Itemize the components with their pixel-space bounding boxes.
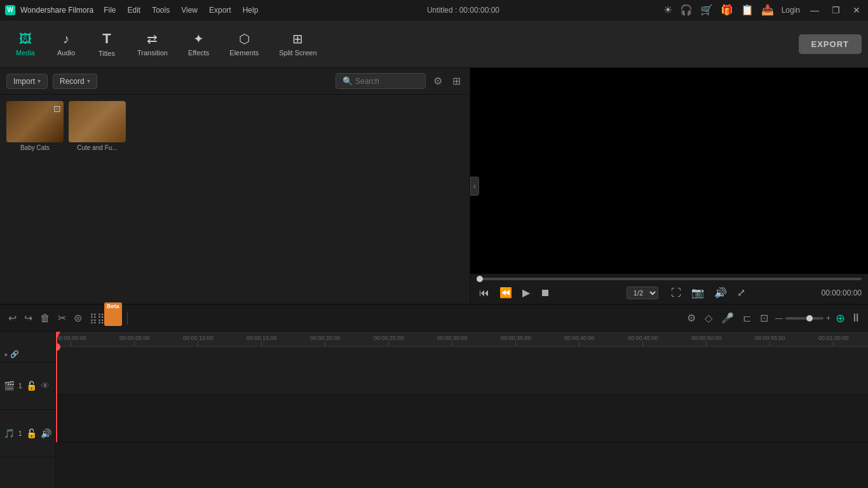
ruler-mark-4: 00:00:20:00 — [310, 335, 341, 346]
menu-export[interactable]: Export — [204, 4, 236, 16]
menu-file[interactable]: File — [98, 4, 121, 16]
pip-track-button[interactable]: ⊡ — [758, 310, 770, 326]
keyframe-button[interactable]: ◇ — [703, 310, 714, 326]
zoom-slider[interactable] — [785, 317, 824, 320]
ruler-mark-1: 00:00:05:00 — [119, 335, 150, 346]
ruler-mark-0: 00:00:00:00 — [56, 335, 86, 346]
playback-progress[interactable] — [477, 278, 862, 280]
ruler-mark-11: 00:00:55:00 — [755, 335, 785, 346]
delete-button[interactable]: 🗑 — [38, 311, 52, 326]
media-item-baby-cats[interactable]: ⊡ Baby Cats — [6, 101, 64, 151]
volume-icon[interactable]: 🔊 — [712, 285, 729, 300]
media-icon: 🖼 — [19, 32, 32, 46]
toolbar-transition[interactable]: ⇄ Transition — [128, 27, 177, 60]
audio-label: Audio — [57, 49, 75, 57]
ruler-mark-9: 00:00:45:00 — [628, 335, 658, 346]
playhead-line — [56, 347, 57, 442]
beta-badge: Beta — [104, 302, 122, 326]
ruler-mark-12: 00:01:00:00 — [818, 335, 849, 346]
redo-button[interactable]: ↪ — [22, 310, 34, 326]
pause-indicator[interactable]: ⏸ — [850, 311, 862, 325]
undo-button[interactable]: ↩ — [6, 310, 18, 326]
minimize-button[interactable]: — — [808, 5, 822, 15]
toolbar-titles[interactable]: T Titles — [88, 27, 126, 61]
media-item-cute[interactable]: Cute and Fu... — [69, 101, 126, 151]
clip-icon: ⊡ — [53, 104, 61, 114]
fullscreen-icon[interactable]: ⛶ — [668, 286, 684, 300]
download-icon[interactable]: 📥 — [761, 4, 774, 16]
clipboard-icon[interactable]: 📋 — [741, 4, 754, 16]
filter-icon[interactable]: ⚙ — [431, 72, 445, 90]
toolbar-audio[interactable]: ♪ Audio — [47, 28, 85, 60]
toolbar-media[interactable]: 🖼 Media — [6, 28, 44, 60]
timecode: 00:00:00:00 — [822, 288, 862, 297]
add-media-icon[interactable]: + — [4, 351, 8, 358]
pip-icon[interactable]: ⤢ — [735, 285, 748, 300]
playback-thumb[interactable] — [477, 276, 483, 282]
theme-icon[interactable]: ☀ — [663, 4, 672, 16]
audio-track-icon: 🎵 — [4, 428, 15, 438]
ruler-mark-7: 00:00:35:00 — [501, 335, 531, 346]
media-toolbar: Import ▾ Record ▾ 🔍 ⚙ ⊞ — [0, 68, 470, 95]
media-thumb-cute — [69, 101, 126, 142]
add-track-button[interactable]: ⊕ — [836, 311, 845, 325]
cut-button[interactable]: ✂ — [56, 310, 68, 326]
toolbar-splitscreen[interactable]: ⊞ Split Screen — [270, 27, 325, 60]
link-icon[interactable]: 🔗 — [10, 350, 19, 358]
voiceover-button[interactable]: 🎤 — [719, 310, 736, 326]
adjust-button[interactable]: ⊜ — [72, 310, 84, 326]
screenshot-icon[interactable]: 📷 — [689, 285, 707, 300]
splitscreen-icon: ⊞ — [292, 31, 303, 46]
media-thumb-baby-cats: ⊡ — [6, 101, 64, 142]
cart-icon[interactable]: 🛒 — [700, 4, 713, 16]
speed-select[interactable]: 1/2 1/4 1/8 1 — [627, 287, 658, 299]
search-box[interactable]: 🔍 — [336, 73, 426, 89]
elements-icon: ⬡ — [239, 31, 250, 46]
playhead[interactable] — [56, 332, 57, 346]
effects-icon: ✦ — [193, 31, 204, 46]
title-bar-right: ☀ 🎧 🛒 🎁 📋 📥 Login — ❐ ✕ — [663, 4, 863, 16]
export-button[interactable]: EXPORT — [799, 34, 862, 54]
zoom-out-button[interactable]: — — [775, 314, 783, 323]
menu-help[interactable]: Help — [238, 4, 264, 16]
play-button[interactable]: ▶ — [520, 285, 532, 300]
grid-view-icon[interactable]: ⊞ — [450, 72, 463, 90]
audio-eye-icon[interactable]: 🔊 — [41, 428, 51, 438]
search-input[interactable] — [355, 77, 419, 86]
toolbar-elements[interactable]: ⬡ Elements — [220, 27, 268, 60]
menu-view[interactable]: View — [176, 4, 203, 16]
preview-controls: ⏮ ⏪ ▶ ⏹ 1/2 1/4 1/8 1 ⛶ 📷 🔊 ⤢ 00:00:00:0… — [470, 274, 868, 304]
menu-tools[interactable]: Tools — [147, 4, 175, 16]
video-eye-icon[interactable]: 👁 — [41, 381, 50, 391]
zoom-in-button[interactable]: + — [826, 314, 831, 323]
ruler-mark-3: 00:00:15:00 — [247, 335, 277, 346]
preview-panel: ⏮ ⏪ ▶ ⏹ 1/2 1/4 1/8 1 ⛶ 📷 🔊 ⤢ 00:00:00:0… — [470, 68, 868, 304]
step-back-button[interactable]: ⏮ — [477, 286, 492, 300]
record-dropdown[interactable]: Record ▾ — [53, 74, 97, 89]
audio-lock-icon[interactable]: 🔓 — [26, 428, 37, 438]
snap-button[interactable]: ⚙ — [685, 310, 698, 326]
zoom-slider-thumb[interactable] — [806, 315, 813, 322]
menu-edit[interactable]: Edit — [123, 4, 146, 16]
login-button[interactable]: Login — [782, 6, 800, 15]
title-bar-left: W Wondershare Filmora File Edit Tools Vi… — [5, 4, 263, 16]
audio-detach-button[interactable]: ⊏ — [741, 310, 753, 326]
track-lanes — [56, 347, 868, 442]
gift-icon[interactable]: 🎁 — [721, 4, 733, 16]
splitscreen-label: Split Screen — [279, 49, 316, 57]
zoom-slider-wrap: — + — [775, 314, 831, 323]
import-dropdown[interactable]: Import ▾ — [6, 74, 48, 89]
headphones-icon[interactable]: 🎧 — [680, 4, 693, 16]
toolbar-effects[interactable]: ✦ Effects — [179, 27, 218, 60]
timeline-toolbar: ↩ ↪ 🗑 ✂ ⊜ ⣿⣿ Beta ⚙ ◇ 🎤 ⊏ ⊡ — + ⊕ ⏸ — [0, 305, 868, 332]
panel-toggle[interactable]: ‹ — [470, 177, 479, 196]
close-button[interactable]: ✕ — [850, 5, 863, 15]
ruler-mark-8: 00:00:40:00 — [564, 335, 595, 346]
app-name: Wondershare Filmora — [20, 6, 93, 15]
video-lock-icon[interactable]: 🔓 — [26, 381, 37, 391]
stop-button[interactable]: ⏹ — [538, 286, 553, 300]
maximize-button[interactable]: ❐ — [829, 5, 843, 15]
video-track-lane — [56, 347, 868, 395]
video-track-label: 1 — [18, 383, 22, 390]
frame-back-button[interactable]: ⏪ — [497, 285, 515, 300]
